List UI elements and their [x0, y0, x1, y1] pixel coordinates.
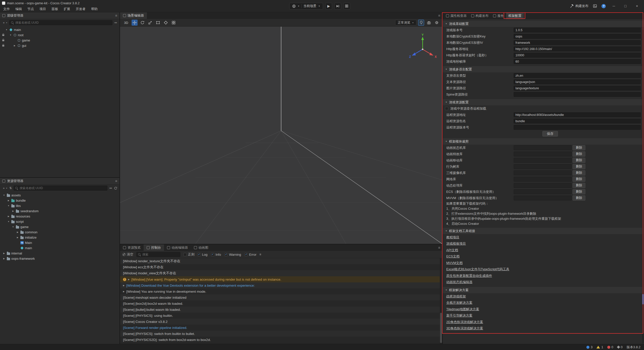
status-error-counter[interactable]: 0	[607, 345, 613, 349]
assets-item-assets[interactable]: ▼assets	[0, 193, 119, 198]
refresh-icon[interactable]	[114, 187, 117, 190]
chevron-right-icon[interactable]: ▶	[7, 215, 10, 217]
console-line-7[interactable]: [Scene] meshopt wasm decoder initialized	[120, 294, 442, 300]
console-tab-1[interactable]: 资源预览	[120, 244, 144, 251]
scale-tool-button[interactable]	[147, 20, 153, 26]
delete-button[interactable]: 删除	[573, 145, 585, 150]
rotate-tool-button[interactable]	[139, 20, 145, 26]
menu-item-5[interactable]: 面板	[49, 7, 61, 11]
lock-icon[interactable]	[2, 34, 4, 36]
console-line-8[interactable]: [Scene] [box2d]:box2d wasm lib loaded.	[120, 300, 442, 307]
assets-item-Main[interactable]: TSMain	[0, 240, 119, 245]
console-line-14[interactable]: [Scene] [PHYSICS2D]: switch from box2d-w…	[120, 337, 442, 343]
checkbox-unchecked[interactable]	[445, 107, 448, 110]
rect-tool-button[interactable]	[155, 20, 161, 26]
assets-item-game[interactable]: ▼game	[0, 224, 119, 230]
console-line-5[interactable]: ▶[Window] Download the Vue Devtools exte…	[120, 282, 442, 288]
delete-button[interactable]: 删除	[573, 170, 585, 176]
checkbox-checked[interactable]: ✓	[245, 253, 248, 256]
assets-item-script[interactable]: ▼script	[0, 219, 119, 224]
gizmo-z-label[interactable]: Z	[409, 55, 411, 59]
chevron-right-icon[interactable]: ▶	[123, 284, 125, 287]
chevron-right-icon[interactable]: ▶	[3, 257, 6, 260]
checkbox-checked[interactable]: ✓	[224, 253, 228, 256]
scrollbar-thumb[interactable]	[642, 294, 644, 304]
scene-select[interactable]: 当前场景	[303, 4, 316, 8]
close-button[interactable]: ×	[633, 4, 640, 8]
chevron-right-icon[interactable]: ▶	[12, 210, 15, 212]
save-button[interactable]: 保存	[542, 131, 558, 137]
filter-info-checkbox[interactable]: ✓Info	[211, 253, 221, 256]
lock-icon[interactable]	[2, 45, 4, 47]
chevron-down-icon[interactable]: ▼	[7, 221, 10, 223]
delete-button[interactable]: 删除	[573, 164, 585, 169]
console-line-12[interactable]: [Scene] Forward render pipeline initiali…	[120, 325, 442, 331]
console-search-input[interactable]	[142, 253, 179, 256]
chevron-down-icon[interactable]: ▼	[7, 205, 10, 207]
menu-item-7[interactable]: 开发者	[73, 7, 88, 11]
status-extra-counter[interactable]: 0	[617, 345, 623, 349]
delete-button[interactable]: 删除	[573, 189, 585, 194]
console-line-9[interactable]: [Scene] [bullet]:bullet wasm lib loaded.	[120, 307, 442, 313]
panel-menu-icon[interactable]: ≡	[438, 246, 440, 250]
console-line-3[interactable]: [Window] model_view文件夹不存在	[120, 270, 442, 276]
filter-warning-checkbox[interactable]: ✓Warning	[224, 253, 241, 256]
field-input[interactable]	[514, 34, 641, 39]
hierarchy-item-gui[interactable]: ▶gui	[0, 43, 119, 48]
doc-link[interactable]: 新手引导解决方案	[446, 313, 472, 318]
menu-item-4[interactable]: 项目	[37, 7, 49, 11]
help-icon[interactable]: ?	[601, 4, 606, 8]
field-input[interactable]	[514, 112, 641, 117]
assets-item-seedrandom[interactable]: ▶seedrandom	[0, 208, 119, 214]
doc-link[interactable]: 原生包热更新配置自动生成插件	[446, 274, 492, 278]
field-input[interactable]	[514, 79, 641, 84]
assets-item-oops-framework[interactable]: ▶oops-framework	[0, 256, 119, 261]
doc-link[interactable]: 3D角色扮演游戏解决方案	[446, 326, 483, 331]
chevron-right-icon[interactable]: ▶	[7, 199, 10, 202]
chevron-down-icon[interactable]: ▼	[5, 29, 8, 31]
inspector-tab-4[interactable]: 框架配置	[506, 12, 524, 19]
field-input[interactable]	[514, 73, 641, 78]
console-tab-3[interactable]: 动画编辑器	[164, 244, 191, 251]
field-input[interactable]	[514, 40, 641, 45]
console-line-4[interactable]: !▶[Window] [Vue warn]: Property "onInput…	[120, 276, 442, 282]
menu-item-8[interactable]: 帮助	[88, 7, 100, 11]
step-button[interactable]	[334, 3, 341, 10]
doc-link[interactable]: Excel格式转Json文件与TypeScript代码工具	[446, 267, 509, 272]
console-scrollbar[interactable]	[440, 258, 442, 344]
console-line-13[interactable]: [Scene] [PHYSICS]: switch from builtin t…	[120, 331, 442, 337]
hierarchy-item-game[interactable]: game	[0, 38, 119, 43]
scrollbar-thumb[interactable]	[440, 313, 442, 343]
assets-item-initialize[interactable]: ▶initialize	[0, 235, 119, 240]
hierarchy-item-root[interactable]: ▼root	[0, 32, 119, 38]
console-line-1[interactable]: [Window] render_texture文件夹不存在	[120, 258, 442, 264]
inspector-tab-2[interactable]: 构建发布	[469, 12, 491, 19]
inspector-tab-3[interactable]: 服务	[491, 12, 506, 19]
layout-image-icon[interactable]	[593, 4, 597, 8]
assets-item-bundle[interactable]: ▶bundle	[0, 198, 119, 203]
gear-icon[interactable]	[434, 20, 440, 26]
delete-button[interactable]: 删除	[573, 183, 585, 188]
field-input[interactable]	[514, 47, 641, 51]
field-input[interactable]	[514, 92, 641, 97]
delete-button[interactable]: 删除	[573, 158, 585, 163]
mode-3d-button[interactable]: 3D	[123, 21, 130, 25]
checkbox-row[interactable]: 游戏中资源是否远程加载	[443, 105, 644, 112]
doc-link[interactable]: Tiledmap地图解决方案	[446, 307, 479, 312]
doc-link[interactable]: MVVM文档	[446, 261, 463, 265]
status-warning-counter[interactable]: 1	[596, 345, 603, 349]
snap-tool-button[interactable]	[171, 20, 177, 26]
chevron-down-icon[interactable]: ▼	[12, 226, 15, 228]
doc-link[interactable]: 游戏模板项目	[446, 241, 466, 246]
inspector-scrollbar[interactable]	[642, 30, 644, 343]
chevron-right-icon[interactable]: ▶	[3, 252, 6, 254]
assets-item-internal[interactable]: ▶internal	[0, 251, 119, 256]
build-publish-button[interactable]: 构建发布	[570, 4, 588, 8]
assets-search-input[interactable]	[20, 186, 106, 190]
view-mode-select[interactable]: 正常浏览 ▼	[395, 20, 416, 25]
doc-link[interactable]: 战棋游戏框架	[446, 294, 466, 299]
doc-link[interactable]: ECS文档	[446, 254, 460, 259]
console-line-11[interactable]: [Scene] Cocos Creator v3.8.2	[120, 319, 442, 325]
checkbox-checked[interactable]: ✓	[197, 253, 201, 256]
checkbox-checked[interactable]: ✓	[211, 253, 214, 256]
